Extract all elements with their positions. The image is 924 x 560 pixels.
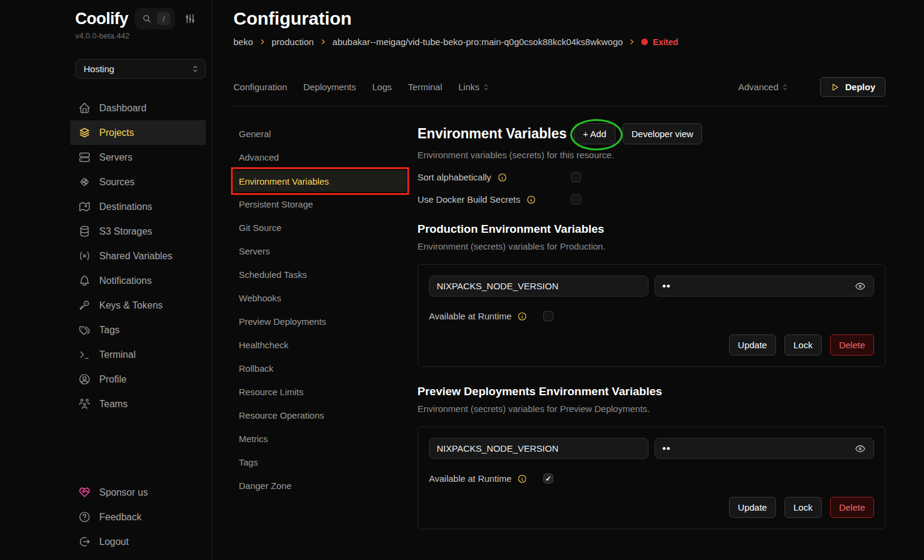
delete-button[interactable]: Delete [830,497,874,518]
subnav-servers[interactable]: Servers [233,239,407,263]
preview-vars-subtitle: Environment (secrets) variables for Prev… [417,404,886,414]
stack-icon [78,126,91,139]
chevron-updown-icon [191,64,200,73]
search-icon [142,14,152,24]
subnav-preview-deployments[interactable]: Preview Deployments [233,310,407,333]
heart-handshake-icon [78,486,91,499]
sidebar-item-dashboard[interactable]: Dashboard [70,96,206,120]
lock-button[interactable]: Lock [784,334,822,355]
sidebar-item-profile[interactable]: Profile [70,367,206,392]
available-at-runtime-checkbox[interactable] [543,473,553,484]
sidebar-item-logout[interactable]: Logout [70,529,206,554]
tab-logs[interactable]: Logs [372,82,392,92]
home-icon [78,102,91,114]
sidebar-item-s3-storages[interactable]: S3 Storages [70,219,206,244]
logout-icon [78,535,91,548]
tab-links[interactable]: Links [458,82,490,92]
eye-icon[interactable] [854,280,866,292]
status-badge: Exited [641,37,678,47]
subnav-git-source[interactable]: Git Source [233,216,407,239]
subnav-healthcheck[interactable]: Healthcheck [233,333,407,357]
sidebar-item-keys-tokens[interactable]: Keys & Tokens [70,293,206,318]
sidebar-item-sources[interactable]: Sources [70,170,206,194]
sidebar-item-tags[interactable]: Tags [70,318,206,342]
lock-button[interactable]: Lock [784,497,822,518]
deploy-button[interactable]: Deploy [820,77,886,97]
sidebar-item-label: Projects [99,128,134,138]
sidebar-item-notifications[interactable]: Notifications [70,268,206,293]
subnav-advanced[interactable]: Advanced [233,146,407,169]
settings-subnav: General Advanced Environment Variables P… [233,122,417,560]
sidebar-item-label: Notifications [99,275,152,286]
status-dot-icon [641,38,648,45]
breadcrumb-team[interactable]: beko [233,37,253,47]
breadcrumb-environment[interactable]: production [272,37,314,47]
masked-value: •• [662,280,671,292]
docker-build-secrets-row: Use Docker Build Secrets [417,194,886,205]
sidebar-item-sponsor-us[interactable]: Sponsor us [70,480,206,505]
subnav-rollback[interactable]: Rollback [233,357,407,380]
subnav-persistent-storage[interactable]: Persistent Storage [233,192,407,216]
env-var-name-input[interactable] [429,438,648,459]
section-subtitle: Environment variables (secrets) for this… [417,150,886,160]
sidebar-item-label: Terminal [99,349,135,360]
sidebar-item-teams[interactable]: Teams [70,392,206,416]
search-shortcut-key: / [157,12,170,25]
subnav-webhooks[interactable]: Webhooks [233,286,407,310]
preview-vars-title: Preview Deployments Environment Variable… [417,385,886,398]
subnav-resource-limits[interactable]: Resource Limits [233,380,407,404]
info-icon [497,173,507,182]
key-icon [78,299,91,312]
tab-configuration[interactable]: Configuration [233,82,287,92]
sidebar-item-label: Logout [99,537,129,547]
tabbar: Configuration Deployments Logs Terminal … [233,77,886,106]
tab-terminal[interactable]: Terminal [408,82,442,92]
env-var-value-input[interactable]: •• [654,275,874,297]
subnav-tags[interactable]: Tags [233,451,407,474]
available-at-runtime-checkbox[interactable] [543,311,553,321]
docker-build-secrets-checkbox[interactable] [571,194,581,205]
tags-icon [78,324,91,336]
update-button[interactable]: Update [729,334,776,355]
sidebar-item-label: Tags [99,325,120,336]
subnav-metrics[interactable]: Metrics [233,427,407,451]
sidebar-item-shared-variables[interactable]: Shared Variables [70,244,206,268]
team-select[interactable]: Hosting [75,59,206,79]
sidebar-item-servers[interactable]: Servers [70,145,206,170]
sidebar-item-label: Sponsor us [99,487,148,498]
masked-value: •• [662,443,671,455]
delete-button[interactable]: Delete [830,334,874,355]
subnav-resource-operations[interactable]: Resource Operations [233,404,407,427]
eye-icon[interactable] [854,443,866,455]
subnav-danger-zone[interactable]: Danger Zone [233,474,407,497]
terminal-icon [78,348,91,361]
breadcrumb-resource[interactable]: abubakar--meigag/vid-tube-beko-pro:main-… [333,37,623,47]
env-var-name-input[interactable] [429,275,648,297]
tab-deployments[interactable]: Deployments [303,82,356,92]
subnav-scheduled-tasks[interactable]: Scheduled Tasks [233,263,407,286]
update-button[interactable]: Update [729,497,776,518]
sort-alphabetically-checkbox[interactable] [571,172,581,182]
sidebar-item-label: Dashboard [99,103,146,114]
subnav-environment-variables[interactable]: Environment Variables [233,170,407,192]
add-button[interactable]: + Add [574,123,615,144]
sidebar-footer: Sponsor us Feedback Logout [70,480,206,560]
sidebar-item-projects[interactable]: Projects [70,120,206,145]
developer-view-button[interactable]: Developer view [623,123,703,144]
sidebar-item-terminal[interactable]: Terminal [70,342,206,367]
advanced-dropdown[interactable]: Advanced [738,82,789,92]
sidebar: Coolify / v4.0.0-beta.442 Hosting Dashbo… [0,0,212,560]
app-logo[interactable]: Coolify [75,10,128,28]
sidebar-item-label: Keys & Tokens [99,300,163,311]
subnav-general[interactable]: General [233,122,407,146]
adjustments-icon[interactable] [184,13,196,25]
sidebar-item-label: Profile [99,374,126,385]
sidebar-item-label: Sources [99,177,135,188]
help-circle-icon [78,511,91,523]
sidebar-item-destinations[interactable]: Destinations [70,194,206,219]
sidebar-item-feedback[interactable]: Feedback [70,505,206,529]
advanced-label: Advanced [738,82,778,92]
app-window: Coolify / v4.0.0-beta.442 Hosting Dashbo… [0,0,924,560]
env-var-value-input[interactable]: •• [654,438,874,459]
search-button[interactable]: / [135,8,175,29]
